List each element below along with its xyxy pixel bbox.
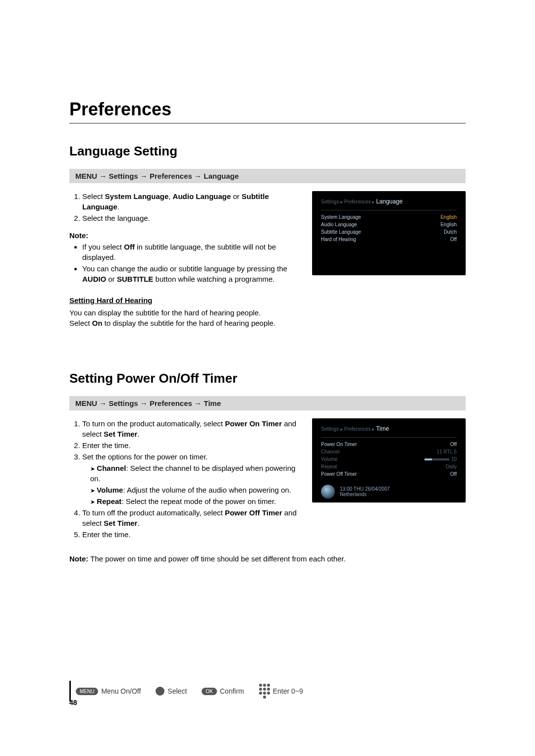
step-1: Select System Language, Audio Language o… bbox=[82, 191, 302, 212]
bullet-2: You can change the audio or subtitle lan… bbox=[82, 263, 302, 284]
text: : Select the repeat mode of the power on… bbox=[121, 497, 276, 505]
text: To turn on the product automatically, se… bbox=[82, 419, 225, 428]
row-label: Audio Language bbox=[321, 222, 357, 227]
bold: SUBTITLE bbox=[117, 275, 153, 283]
note-label: Note: bbox=[69, 230, 302, 241]
bold: On bbox=[92, 319, 103, 327]
row-value: Off bbox=[450, 471, 457, 477]
row-channel: Channel11 RTL 5 bbox=[321, 448, 457, 455]
enter-label: Enter 0~9 bbox=[273, 687, 303, 695]
text: Select bbox=[82, 192, 105, 201]
bullet-1: If you select Off in subtitle language, … bbox=[82, 242, 302, 262]
section-heading-language: Language Setting bbox=[69, 144, 466, 159]
confirm-label: Confirm bbox=[220, 687, 244, 695]
language-steps: Select System Language, Audio Language o… bbox=[69, 191, 302, 223]
text: If you select bbox=[82, 243, 124, 251]
footer-ok-button: OK Confirm bbox=[202, 687, 244, 695]
opt-repeat: Repeat: Select the repeat mode of the po… bbox=[90, 496, 302, 506]
breadcrumb-current: Language bbox=[376, 198, 402, 205]
nav-path-language: MENU → Settings → Preferences → Language bbox=[69, 169, 466, 183]
sub-heading-hard-of-hearing: Setting Hard of Hearing bbox=[69, 296, 466, 304]
row-label: Repeat bbox=[321, 464, 337, 469]
row-label: Power Off Timer bbox=[321, 471, 357, 477]
row-label: Channel bbox=[321, 449, 339, 454]
text: or bbox=[106, 275, 117, 283]
row-value: Off bbox=[450, 442, 457, 447]
ok-pill-icon: OK bbox=[202, 688, 216, 695]
breadcrumb-prefix: Settings ▸ Preferences ▸ bbox=[321, 199, 376, 204]
clock-area: 13:00 THU 26/04/2007 Netherlands bbox=[321, 485, 457, 499]
menu-label: Menu On/Off bbox=[101, 687, 141, 695]
row-value: Off bbox=[450, 237, 457, 242]
bold: Volume bbox=[97, 486, 123, 494]
bold: Channel bbox=[97, 464, 126, 472]
globe-clock-icon bbox=[321, 485, 335, 499]
separator bbox=[321, 210, 457, 210]
separator bbox=[321, 437, 457, 438]
bold: Note: bbox=[69, 554, 88, 563]
page-title: Preferences bbox=[69, 99, 466, 120]
section-heading-timer: Setting Power On/Off Timer bbox=[69, 371, 466, 386]
bold: Set Timer bbox=[104, 519, 137, 527]
text: To turn off the product automatically, s… bbox=[82, 508, 225, 517]
bold: Off bbox=[124, 243, 135, 251]
step-3: Set the options for the power on timer. … bbox=[82, 452, 302, 506]
row-subtitle-language: Subtitle LanguageDutch bbox=[321, 228, 457, 236]
text: Set the options for the power on timer. bbox=[82, 453, 208, 461]
row-value: Dutch bbox=[444, 229, 457, 235]
select-label: Select bbox=[167, 687, 187, 695]
row-repeat: RepeatDaily bbox=[321, 463, 457, 470]
clock-time: 13:00 THU 26/04/2007 bbox=[340, 486, 390, 492]
step-2: Select the language. bbox=[82, 213, 302, 223]
language-screenshot: Settings ▸ Preferences ▸ Language System… bbox=[312, 191, 466, 275]
text: . bbox=[117, 202, 119, 211]
step-1: To turn on the product automatically, se… bbox=[82, 418, 302, 439]
row-volume: Volume10 bbox=[321, 455, 457, 463]
footer-menu-button: MENU Menu On/Off bbox=[76, 687, 141, 695]
text: button while watching a programme. bbox=[153, 275, 274, 283]
title-underline bbox=[69, 123, 466, 124]
text: You can display the subtitle for the har… bbox=[69, 308, 261, 317]
text: . bbox=[137, 430, 139, 438]
volume-number: 10 bbox=[451, 456, 457, 462]
row-value: Daily bbox=[446, 464, 457, 469]
text: : Adjust the volume of the audio when po… bbox=[123, 486, 291, 494]
bold: Repeat bbox=[97, 497, 121, 505]
row-power-off-timer: Power Off TimerOff bbox=[321, 470, 457, 478]
step-4: To turn off the product automatically, s… bbox=[82, 507, 302, 528]
row-value: English bbox=[440, 214, 457, 220]
text: You can change the audio or subtitle lan… bbox=[82, 264, 287, 273]
volume-bar bbox=[425, 458, 449, 460]
opt-volume: Volume: Adjust the volume of the audio w… bbox=[90, 485, 302, 495]
text: to display the subtitle for the hard of … bbox=[103, 319, 275, 327]
footer-select-button: Select bbox=[156, 687, 187, 696]
language-notes: If you select Off in subtitle language, … bbox=[69, 242, 302, 284]
breadcrumb-current: Time bbox=[376, 425, 389, 432]
bold: Power Off Timer bbox=[225, 508, 282, 517]
timer-options: Channel: Select the channel to be displa… bbox=[82, 463, 302, 506]
menu-pill-icon: MENU bbox=[76, 688, 98, 695]
nav-path-time: MENU → Settings → Preferences → Time bbox=[69, 396, 466, 410]
bold: Audio Language bbox=[173, 192, 231, 201]
row-label: Power On Timer bbox=[321, 442, 357, 447]
step-5: Enter the time. bbox=[82, 529, 302, 540]
bold: Power On Timer bbox=[225, 419, 282, 428]
row-power-on-timer: Power On TimerOff bbox=[321, 441, 457, 448]
bold: System Language bbox=[105, 192, 168, 201]
row-value: 10 bbox=[425, 456, 457, 462]
text: . bbox=[137, 519, 139, 527]
row-audio-language: Audio LanguageEnglish bbox=[321, 221, 457, 228]
opt-channel: Channel: Select the channel to be displa… bbox=[90, 463, 302, 484]
text: The power on time and power off time sho… bbox=[88, 554, 345, 563]
footer-keypad-button: Enter 0~9 bbox=[259, 684, 303, 699]
nav-circle-icon bbox=[156, 687, 164, 696]
text: Select bbox=[69, 319, 92, 327]
keypad-icon bbox=[259, 684, 270, 699]
time-screenshot: Settings ▸ Preferences ▸ Time Power On T… bbox=[312, 418, 466, 503]
row-value: 11 RTL 5 bbox=[436, 449, 457, 454]
row-label: System Language bbox=[321, 214, 361, 220]
screenshot-breadcrumb: Settings ▸ Preferences ▸ Language bbox=[321, 198, 457, 205]
row-system-language: System LanguageEnglish bbox=[321, 213, 457, 221]
hard-of-hearing-body: You can display the subtitle for the har… bbox=[69, 307, 466, 328]
row-hard-of-hearing: Hard of HearingOff bbox=[321, 236, 457, 243]
